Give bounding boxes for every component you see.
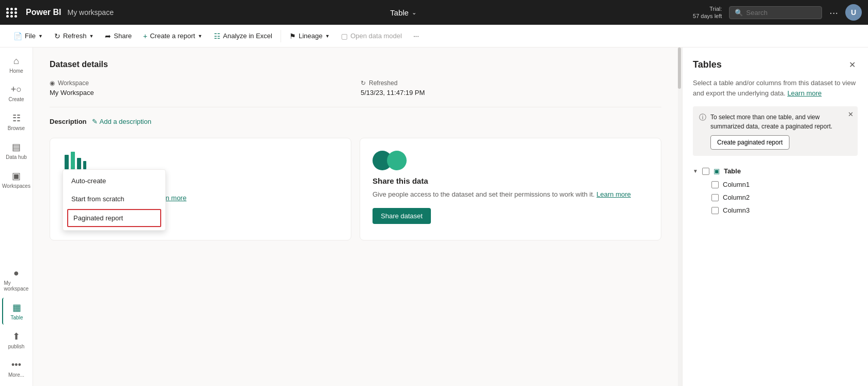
home-label: Home [9,68,23,74]
browse-label: Browse [8,125,25,131]
refresh-chevron-icon: ▼ [89,34,94,39]
table-label: Table [11,315,23,320]
workspaces-icon: ▣ [12,170,21,182]
column1-label: Column1 [723,181,750,188]
scrollbar-track[interactable] [678,47,682,386]
tree-chevron-icon: ▼ [693,168,698,174]
avatar[interactable]: U [845,4,862,21]
panel-learn-more-link[interactable]: Learn more [787,89,822,97]
column2-checkbox[interactable] [711,194,719,201]
sidebar-item-my-workspace[interactable]: ● My workspace [2,264,31,296]
svg-rect-1 [71,152,75,169]
description-label: Description [50,118,87,125]
sidebar-item-more[interactable]: ••• More... [2,356,31,382]
my-workspace-icon: ● [13,268,19,279]
refreshed-value: 5/13/23, 11:47:19 PM [361,89,661,96]
add-description-link[interactable]: ✎ Add a description [92,118,151,125]
create-report-dropdown: Auto-create Start from scratch Paginated… [63,169,166,231]
data-model-icon: ▢ [341,32,348,40]
start-from-scratch-item[interactable]: Start from scratch [63,190,165,208]
refreshed-meta-label: ↻ Refreshed [361,79,661,87]
workspace-meta: ◉ Workspace My Workspace [50,79,350,96]
share-learn-more-link[interactable]: Learn more [597,190,631,198]
search-input[interactable] [746,9,816,17]
table-tree: ▼ ▣ Table Column1 Column2 Column3 [693,164,858,217]
svg-rect-0 [65,155,69,169]
column1-row[interactable]: Column1 [693,178,858,191]
sidebar-item-datahub[interactable]: ▤ Data hub [2,137,31,164]
top-nav-right: Trial: 57 days left 🔍 ··· U [693,4,862,21]
publish-icon: ⬆ [12,331,20,342]
left-sidebar: ⌂ Home +○ Create ☷ Browse ▤ Data hub ▣ W… [0,47,33,386]
table-grid-icon: ▣ [714,167,720,175]
sidebar-item-create[interactable]: +○ Create [2,80,31,106]
column3-checkbox[interactable] [711,207,719,214]
refresh-icon: ↻ [54,32,60,40]
search-box[interactable]: 🔍 [729,6,822,19]
sidebar-item-home[interactable]: ⌂ Home [2,52,31,78]
workspace-label: My workspace [67,8,113,17]
more-label: More... [8,372,24,378]
brand-logo: Power BI [26,8,61,17]
create-report-chevron-icon: ▼ [198,34,203,39]
analyze-excel-btn[interactable]: ☷ Analyze in Excel [209,29,277,43]
sidebar-item-table[interactable]: ▦ Table [2,298,31,325]
refresh-status-icon: ↻ [361,79,366,87]
share-dataset-btn[interactable]: Share dataset [373,208,431,224]
more-options-icon[interactable]: ··· [829,7,838,19]
search-icon: 🔍 [735,9,743,17]
workspaces-label: Workspaces [2,183,30,189]
table-tree-label: Table [724,167,741,175]
lineage-label: Lineage [299,32,322,40]
table-dropdown-btn[interactable]: Table ⌄ [385,6,422,19]
excel-icon: ☷ [214,32,221,40]
table-tree-row[interactable]: ▼ ▣ Table [693,164,858,178]
open-data-model-btn[interactable]: ▢ Open data model [336,29,407,43]
share-card-icon-container [373,151,648,170]
info-box-text: To select more than one table, and view … [710,112,851,150]
auto-create-item[interactable]: Auto-create [63,172,165,190]
paginated-report-item[interactable]: Paginated report [67,209,161,227]
trial-info: Trial: 57 days left [693,5,722,20]
right-panel: Tables ✕ Select a table and/or columns f… [682,47,868,386]
refresh-btn[interactable]: ↻ Refresh ▼ [49,29,99,43]
create-report-icon: + [143,32,147,40]
main-layout: ⌂ Home +○ Create ☷ Browse ▤ Data hub ▣ W… [0,47,868,386]
lineage-icon: ⚑ [289,32,296,40]
datahub-icon: ▤ [12,141,21,153]
create-icon: +○ [11,84,22,95]
column3-row[interactable]: Column3 [693,204,858,217]
home-icon: ⌂ [13,56,19,67]
column1-checkbox[interactable] [711,181,719,188]
table-icon: ▦ [12,302,21,313]
create-paginated-btn[interactable]: Create paginated report [710,135,789,150]
lineage-btn[interactable]: ⚑ Lineage ▼ [284,29,335,43]
sidebar-item-workspaces[interactable]: ▣ Workspaces [2,166,31,193]
panel-description: Select a table and/or columns from this … [693,78,858,98]
info-box-close-icon[interactable]: ✕ [848,110,854,118]
panel-close-btn[interactable]: ✕ [847,58,858,72]
apps-launcher[interactable] [6,8,18,18]
file-btn[interactable]: 📄 File ▼ [8,29,48,43]
file-label: File [25,32,36,40]
refreshed-meta: ↻ Refreshed 5/13/23, 11:47:19 PM [361,79,661,96]
table-dropdown-label: Table [390,8,409,17]
create-report-label: Create a report [150,32,195,40]
share-icon: ➦ [105,32,111,40]
panel-header: Tables ✕ [693,58,858,72]
edit-icon: ✎ [92,118,98,125]
create-report-btn[interactable]: + Create a report ▼ [138,29,208,43]
toolbar: 📄 File ▼ ↻ Refresh ▼ ➦ Share + Create a … [0,25,868,47]
toolbar-more-btn[interactable]: ··· [408,29,424,42]
browse-icon: ☷ [12,112,21,124]
publish-label: publish [8,344,25,349]
share-btn[interactable]: ➦ Share [100,29,137,43]
table-checkbox[interactable] [702,168,709,175]
lineage-chevron-icon: ▼ [325,34,330,39]
info-box: ⓘ To select more than one table, and vie… [693,106,858,156]
sidebar-item-browse[interactable]: ☷ Browse [2,108,31,135]
sidebar-item-publish[interactable]: ⬆ publish [2,327,31,353]
scroll-thumb [678,47,681,89]
column2-row[interactable]: Column2 [693,191,858,204]
dataset-meta: ◉ Workspace My Workspace ↻ Refreshed 5/1… [50,79,661,107]
